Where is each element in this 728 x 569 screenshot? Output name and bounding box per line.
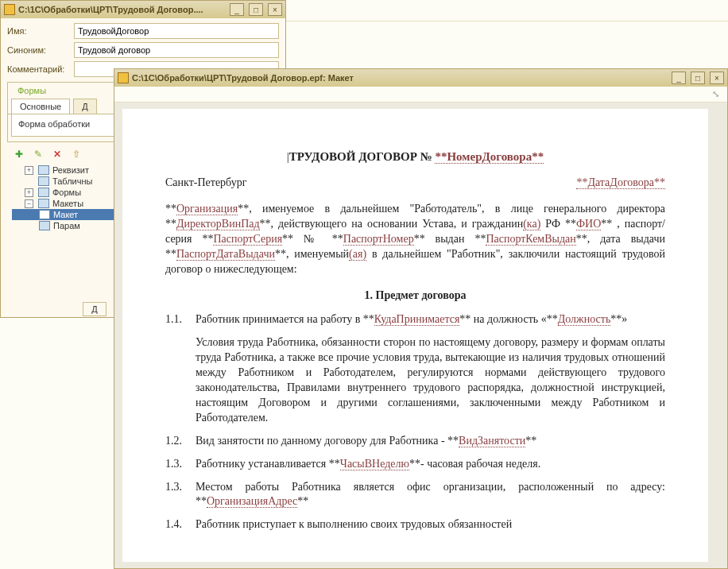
- tree-icon: [38, 188, 49, 197]
- field-org-adres: ОрганизацияАдрес: [207, 495, 297, 508]
- document-page: |ТРУДОВОЙ ДОГОВОР № **НомерДоговора** Са…: [122, 109, 708, 562]
- form-editor-title: C:\1С\Обработки\ЦРТ\Трудовой Договор....: [18, 5, 225, 14]
- collapse-icon[interactable]: −: [25, 199, 33, 208]
- document-ruler-area: ⤡: [114, 87, 727, 103]
- tree-icon: [39, 221, 50, 230]
- field-data-dogovora: **ДатаДоговора**: [576, 176, 665, 189]
- maximize-button[interactable]: □: [249, 3, 263, 16]
- city-date-row: Санкт-Петербург **ДатаДоговора**: [165, 176, 665, 191]
- window-icon: [118, 72, 129, 83]
- document-window: C:\1С\Обработки\ЦРТ\Трудовой Договор.epf…: [114, 68, 728, 569]
- field-chasy-v-nedelyu: ЧасыВНеделю: [340, 458, 409, 470]
- form-editor-titlebar[interactable]: C:\1С\Обработки\ЦРТ\Трудовой Договор....…: [1, 1, 285, 18]
- window-icon: [4, 4, 15, 15]
- section-1-heading: 1. Предмет договора: [165, 288, 665, 304]
- tree-icon: [38, 165, 49, 175]
- field-dolzhnost: Должность: [558, 313, 611, 326]
- document-title: C:\1С\Обработки\ЦРТ\Трудовой Договор.epf…: [132, 73, 667, 83]
- comment-label: Комментарий:: [7, 64, 74, 74]
- field-ka: (ка): [523, 218, 540, 230]
- expand-icon[interactable]: +: [25, 188, 33, 197]
- field-direktor: ДиректорВинПад: [176, 218, 260, 230]
- field-aya: (ая): [349, 248, 366, 261]
- collapse-icon[interactable]: ⤡: [710, 88, 721, 99]
- document-scroll[interactable]: |ТРУДОВОЙ ДОГОВОР № **НомерДоговора** Са…: [114, 103, 727, 568]
- clause-1-3b: 1.3. Местом работы Работника является оф…: [165, 480, 665, 510]
- forms-group-title: Формы: [14, 86, 49, 95]
- maximize-button[interactable]: □: [691, 72, 705, 84]
- field-pasport-seria: ПаспортСерия: [213, 233, 282, 246]
- city: Санкт-Петербург: [165, 176, 246, 191]
- add-button[interactable]: ✚: [12, 147, 26, 161]
- name-input[interactable]: [74, 23, 279, 39]
- tab-other[interactable]: Д: [73, 99, 96, 114]
- synonym-label: Синоним:: [7, 45, 74, 55]
- field-organizatsiya: Организация: [176, 203, 238, 215]
- clause-1-3a: 1.3. Работнику устанавливается **ЧасыВНе…: [165, 457, 665, 472]
- synonym-input[interactable]: [74, 42, 279, 58]
- field-pasport-nomer: ПаспортНомер: [343, 233, 414, 246]
- name-label: Имя:: [7, 26, 74, 36]
- tree-icon: [38, 199, 49, 208]
- clause-1-2: 1.2. Вид занятости по данному договору д…: [165, 434, 665, 449]
- clause-1-1: 1.1. Работник принимается на работу в **…: [165, 312, 665, 425]
- document-titlebar[interactable]: C:\1С\Обработки\ЦРТ\Трудовой Договор.epf…: [114, 69, 727, 87]
- tree-icon: [38, 176, 49, 186]
- tab-main[interactable]: Основные: [11, 99, 70, 114]
- move-up-button[interactable]: ⇧: [69, 147, 83, 161]
- bottom-d-button[interactable]: Д: [83, 302, 106, 316]
- field-pasport-data: ПаспортДатаВыдачи: [176, 248, 275, 261]
- field-kuda-prinimaetsya: КудаПринимается: [374, 313, 459, 326]
- tab-body-text: Форма обработки: [18, 119, 90, 129]
- field-fio: ФИО: [576, 218, 601, 230]
- minimize-button[interactable]: _: [230, 3, 244, 16]
- delete-button[interactable]: ✕: [50, 147, 64, 161]
- doc-heading: |ТРУДОВОЙ ДОГОВОР № **НомерДоговора**: [165, 149, 665, 165]
- clause-1-4: 1.4. Работник приступает к выполнению св…: [165, 517, 665, 532]
- field-nomer-dogovora: **НомерДоговора**: [435, 150, 544, 164]
- field-pasport-kem-vydan: ПаспортКемВыдан: [486, 233, 575, 246]
- field-vid-zanyatosti: ВидЗанятости: [459, 435, 525, 447]
- close-button[interactable]: ×: [268, 3, 282, 16]
- edit-button[interactable]: ✎: [31, 147, 45, 161]
- background-separator: [286, 21, 728, 21]
- tree-icon: [39, 210, 50, 219]
- minimize-button[interactable]: _: [672, 72, 686, 84]
- expand-icon[interactable]: +: [25, 166, 33, 175]
- close-button[interactable]: ×: [710, 72, 724, 84]
- clause-1-1-sub: Условия труда Работника, обязанности сто…: [196, 335, 665, 425]
- preamble: **Организация**, именуемое в дальнейшем …: [165, 202, 665, 277]
